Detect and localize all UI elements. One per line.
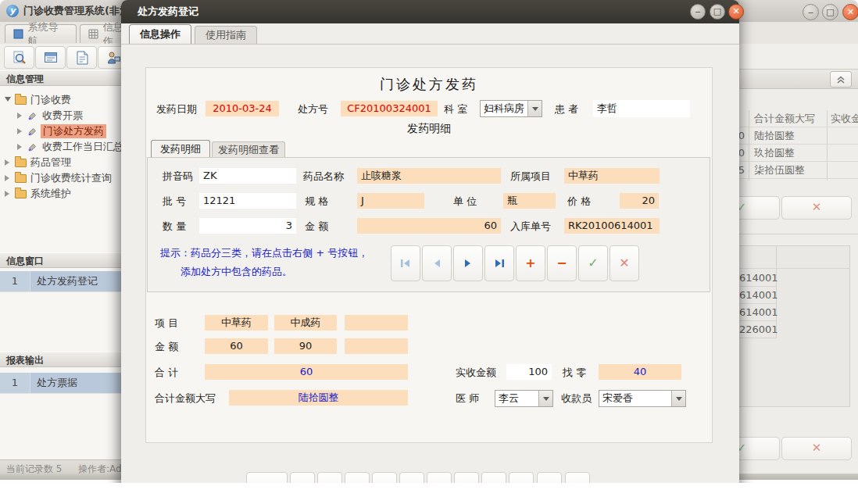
dropdown-button[interactable]	[671, 391, 685, 406]
amount-field[interactable]: 60	[357, 218, 501, 234]
tree-item-system-maintenance[interactable]: 系统维护	[0, 186, 122, 202]
main-maximize-button[interactable]: □	[822, 4, 838, 20]
check-icon: ✓	[588, 257, 598, 270]
department-select[interactable]: 妇科病房	[480, 100, 542, 117]
tab-dispense-detail[interactable]: 发药明细	[151, 140, 210, 157]
cell-stockin-no[interactable]: 226001	[739, 321, 778, 338]
received-input[interactable]: 100	[506, 364, 552, 380]
document-icon	[74, 50, 90, 66]
collapse-arrow-icon[interactable]	[17, 113, 22, 119]
patient-input[interactable]: 李哲	[593, 100, 690, 117]
tab-user-guide[interactable]: 使用指南	[195, 26, 257, 44]
prior-record-button[interactable]	[422, 245, 452, 281]
tool-icon	[27, 111, 38, 121]
dropdown-button[interactable]	[538, 391, 552, 406]
batch-no-input[interactable]: 12121	[199, 193, 296, 209]
tab-dispense-detail-view[interactable]: 发药明细查看	[212, 141, 285, 157]
spec-label: 规 格	[305, 193, 328, 210]
main-minimize-button[interactable]: ‒	[803, 4, 819, 20]
collapse-arrow-icon[interactable]	[5, 191, 9, 197]
form-title: 门诊处方发药	[145, 75, 713, 94]
cell-amount-caps[interactable]: 陆拾圆整	[754, 127, 795, 145]
last-record-button[interactable]	[484, 245, 514, 281]
collapse-arrow-icon[interactable]	[5, 175, 9, 181]
price-field[interactable]: 20	[620, 193, 659, 209]
tab-system-navigation[interactable]: 系统导航	[5, 24, 77, 43]
preview-search-button[interactable]	[4, 46, 34, 69]
column-separator	[749, 110, 749, 181]
cancel-record-button[interactable]: ✕	[610, 245, 639, 281]
column-separator	[827, 110, 828, 181]
cell-stockin-no[interactable]: 614001	[739, 287, 778, 304]
tree-item-fee-stats-query[interactable]: 门诊收费统计查询	[0, 170, 122, 186]
collapse-panel-button[interactable]	[830, 71, 852, 88]
prescription-no-field[interactable]: CF20100324001	[341, 101, 438, 116]
stockin-no-field[interactable]: RK20100614001	[564, 218, 660, 234]
department-label: 科 室	[444, 101, 467, 118]
column-header-amount-caps[interactable]: 合计金额大写	[754, 110, 815, 127]
cancel-button[interactable]: ✕	[781, 196, 852, 220]
cashier-select[interactable]: 宋爱香	[599, 390, 686, 407]
first-record-button[interactable]	[391, 245, 420, 281]
dialog-close-button[interactable]: ✕	[728, 4, 744, 20]
folder-icon	[15, 190, 27, 198]
tree-item-label: 收费工作当日汇总	[42, 140, 123, 154]
dialog-maximize-button[interactable]: □	[710, 4, 725, 20]
delete-record-button[interactable]: −	[547, 245, 577, 281]
screen-bottom-blank	[0, 483, 858, 504]
collapse-arrow-icon[interactable]	[17, 128, 22, 134]
card-view-button[interactable]	[35, 46, 66, 69]
plus-icon: +	[525, 257, 535, 270]
collapse-arrow-icon[interactable]	[17, 144, 22, 150]
tree-item-prescription-dispense[interactable]: 门诊处方发药	[0, 123, 122, 139]
tree-item-fee-invoice[interactable]: 收费开票	[0, 108, 122, 123]
next-record-button[interactable]	[453, 245, 483, 281]
column-header-received[interactable]: 实收金额	[831, 110, 858, 127]
cashier-value: 宋爱香	[599, 391, 671, 406]
dropdown-button[interactable]	[527, 101, 542, 116]
amount-cell-1: 60	[205, 338, 268, 354]
expand-arrow-icon[interactable]	[5, 97, 11, 102]
tree-item-label: 系统维护	[30, 187, 71, 201]
cell-amount-caps[interactable]: 柒拾伍圆整	[754, 162, 805, 179]
post-record-button[interactable]: ✓	[578, 245, 608, 281]
cell-stockin-no[interactable]: 614001	[739, 304, 778, 321]
prior-record-icon	[432, 259, 442, 268]
patient-label: 患 者	[555, 101, 578, 118]
list-item-index: 1	[0, 271, 30, 291]
cell-amount-caps[interactable]: 玖拾圆整	[754, 145, 795, 162]
dialog-minimize-button[interactable]: ‒	[690, 4, 706, 20]
unit-field[interactable]: 瓶	[503, 193, 556, 209]
tree-item-drug-management[interactable]: 药品管理	[0, 155, 122, 170]
cross-icon: ✕	[812, 200, 822, 214]
spec-field[interactable]: J	[357, 193, 424, 209]
list-item-prescription-dispense-register[interactable]: 1 处方发药登记	[0, 271, 122, 292]
dispense-date-field[interactable]: 2010-03-24	[206, 101, 279, 116]
list-item-prescription-receipt[interactable]: 1 处方票据	[0, 373, 122, 394]
drug-name-label: 药品名称	[303, 168, 344, 185]
doctor-value: 李云	[495, 391, 538, 406]
section-header-info-management: 信息管理	[0, 70, 122, 86]
tree-item-daily-summary[interactable]: 收费工作当日汇总	[0, 139, 122, 155]
summary-item-label: 项 目	[155, 315, 178, 332]
next-record-icon	[463, 259, 473, 268]
tree-item-outpatient-fee[interactable]: 门诊收费	[0, 92, 122, 108]
doctor-select[interactable]: 李云	[495, 390, 553, 407]
drug-name-field[interactable]: 止咳糖浆	[357, 168, 501, 184]
item-cell-2: 中成药	[274, 315, 337, 331]
section-header-info-window: 信息窗口	[0, 252, 122, 268]
cancel-button[interactable]: ✕	[781, 437, 852, 460]
main-close-button[interactable]: ✕	[842, 4, 858, 20]
tab-info-operation[interactable]: 信息操作	[129, 24, 191, 44]
pinyin-input[interactable]: ZK	[199, 168, 296, 184]
dialog-titlebar[interactable]: 处方发药登记 ‒ □ ✕	[121, 0, 739, 23]
quantity-input[interactable]: 3	[199, 218, 296, 234]
document-view-button[interactable]	[66, 46, 97, 69]
chevron-down-icon	[543, 397, 549, 401]
dialog-prescription-dispense: 处方发药登记 ‒ □ ✕ 信息操作 使用指南 门诊处方发药 发药日期 2010-…	[121, 0, 739, 504]
collapse-arrow-icon[interactable]	[5, 159, 9, 166]
category-field[interactable]: 中草药	[564, 168, 660, 184]
add-record-button[interactable]: +	[516, 245, 545, 281]
cell-stockin-no[interactable]: 614001	[739, 270, 778, 287]
list-item-label: 处方发药登记	[30, 271, 98, 291]
